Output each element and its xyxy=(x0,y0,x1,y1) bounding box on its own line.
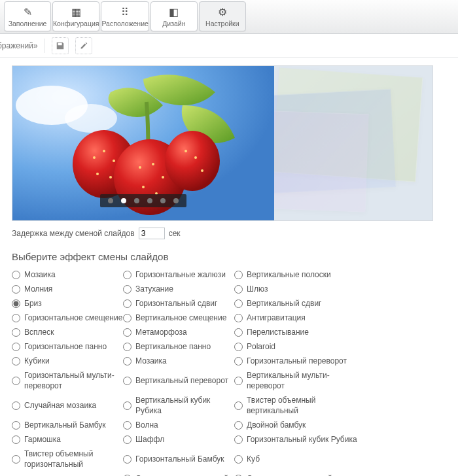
effect-option[interactable]: Вертикальные полоски xyxy=(234,269,365,280)
effect-option[interactable]: Горизонтальный переворот xyxy=(234,355,365,367)
effect-option[interactable]: Метаморфоза xyxy=(123,326,234,338)
effect-radio[interactable] xyxy=(123,377,132,385)
effect-option[interactable]: Вертикальный мульти-переворот xyxy=(234,369,365,392)
effect-radio[interactable] xyxy=(123,314,132,322)
effect-radio[interactable] xyxy=(123,455,132,464)
svg-point-10 xyxy=(109,176,112,178)
effect-radio[interactable] xyxy=(123,271,132,279)
effect-option[interactable]: Кубики xyxy=(12,355,123,367)
pager-dot[interactable] xyxy=(160,198,166,203)
secondary-bar: бражений» xyxy=(0,34,458,58)
effect-option[interactable]: Горизонтальный кубик Рубика xyxy=(234,434,365,445)
delay-input[interactable] xyxy=(139,228,165,239)
effect-option[interactable]: Вертикальный сдвиг xyxy=(234,298,365,309)
effect-radio[interactable] xyxy=(12,285,20,294)
design-label: Дизайн xyxy=(162,20,185,27)
effect-option[interactable]: Твистер объемный вертикальный xyxy=(234,394,365,416)
effect-option[interactable]: Мозаика xyxy=(123,355,234,367)
effect-label: Молния xyxy=(24,284,52,294)
effect-radio[interactable] xyxy=(12,455,20,464)
effect-option[interactable]: Оригами вертикальный xyxy=(234,473,365,476)
effect-radio[interactable] xyxy=(123,401,132,410)
effect-label: Оригами горизонтальный xyxy=(135,473,228,476)
effect-option[interactable]: Куб xyxy=(234,448,365,470)
pager-dot[interactable] xyxy=(134,198,139,203)
effect-option[interactable]: Вертикальный кубик Рубика xyxy=(123,394,234,416)
effect-option[interactable]: Вертикальный Бамбук xyxy=(12,419,123,431)
effect-radio[interactable] xyxy=(123,328,132,337)
effect-radio[interactable] xyxy=(123,285,132,294)
settings-button[interactable]: ⚙ Настройки xyxy=(199,1,246,31)
effect-radio[interactable] xyxy=(12,328,20,337)
effect-radio[interactable] xyxy=(234,328,243,337)
config-button[interactable]: ▦ Конфигурация xyxy=(52,1,99,31)
effect-label: Вертикальное панно xyxy=(135,341,211,352)
save-button[interactable] xyxy=(52,37,69,54)
effect-radio[interactable] xyxy=(234,314,243,322)
svg-point-12 xyxy=(152,163,154,165)
edit-button[interactable] xyxy=(75,37,92,54)
svg-point-11 xyxy=(139,166,141,169)
effect-option[interactable]: Вертикальное панно xyxy=(123,341,234,352)
effect-option[interactable]: Polaroid xyxy=(234,341,365,352)
effect-radio[interactable] xyxy=(234,285,243,294)
effect-option[interactable]: Молния xyxy=(12,283,123,295)
effect-option[interactable]: Мозаика xyxy=(12,269,123,280)
effect-option[interactable]: Случайная мозаика xyxy=(12,394,123,416)
layout-button[interactable]: ⠿ Расположение xyxy=(101,1,149,31)
pager-dot[interactable] xyxy=(173,198,179,203)
effect-radio[interactable] xyxy=(12,271,20,279)
effect-radio[interactable] xyxy=(234,343,243,351)
effect-option[interactable]: Горизонтальный Бамбук xyxy=(123,448,234,470)
effect-option[interactable]: Твистер объемный горизонтальный xyxy=(12,448,123,470)
effect-option[interactable]: Вертикальный переворот xyxy=(123,369,234,392)
delay-label: Задержка между сменой слайдов xyxy=(12,229,135,238)
effect-option[interactable]: Горизонтальное панно xyxy=(12,341,123,352)
effect-option[interactable]: Двойной бамбук xyxy=(234,419,365,431)
effect-option[interactable]: Горизонтальный сдвиг xyxy=(123,298,234,309)
effect-option[interactable]: Горизонтальный мульти-переворот xyxy=(12,369,123,392)
effect-option[interactable]: Оригами горизонтальный xyxy=(123,473,234,476)
effect-radio[interactable] xyxy=(123,421,132,430)
effect-radio[interactable] xyxy=(234,401,243,410)
effect-option[interactable]: Горизонтальное смещение xyxy=(12,312,123,324)
effect-radio[interactable] xyxy=(12,343,20,351)
effect-option[interactable]: Затухание xyxy=(123,283,234,295)
effect-radio[interactable] xyxy=(234,455,243,464)
effect-radio[interactable] xyxy=(234,377,243,385)
effect-radio[interactable] xyxy=(123,357,132,366)
effect-option[interactable]: Антигравитация xyxy=(234,312,365,324)
pager-dot[interactable] xyxy=(108,198,113,203)
effect-radio[interactable] xyxy=(12,401,20,410)
effect-radio[interactable] xyxy=(12,421,20,430)
effect-option[interactable]: Всплеск xyxy=(12,326,123,338)
pager-dot[interactable] xyxy=(147,198,152,203)
effect-radio[interactable] xyxy=(234,421,243,430)
design-button[interactable]: ◧ Дизайн xyxy=(150,1,198,31)
effect-radio[interactable] xyxy=(12,357,20,366)
effect-radio[interactable] xyxy=(234,299,243,308)
effect-radio[interactable] xyxy=(12,314,20,322)
effect-option[interactable]: Волна xyxy=(123,419,234,431)
cube-icon: ▦ xyxy=(69,5,82,18)
effect-radio[interactable] xyxy=(123,343,132,351)
effect-radio[interactable] xyxy=(12,377,20,385)
effect-option[interactable]: Гармошка xyxy=(12,434,123,445)
effect-option[interactable]: Шаффл xyxy=(123,434,234,445)
effect-radio[interactable] xyxy=(12,299,20,308)
effect-option[interactable]: Горизонтальные жалюзи xyxy=(123,269,234,280)
effect-option[interactable]: Перелистывание xyxy=(234,326,365,338)
effect-option[interactable]: Шлюз xyxy=(234,283,365,295)
pager-dot-active[interactable] xyxy=(121,198,126,203)
effect-option[interactable]: Вертикальное смещение xyxy=(123,312,234,324)
delay-row: Задержка между сменой слайдов сек xyxy=(12,228,446,239)
effect-radio[interactable] xyxy=(12,435,20,444)
effect-radio[interactable] xyxy=(123,299,132,308)
effect-radio[interactable] xyxy=(234,271,243,279)
effect-radio[interactable] xyxy=(234,435,243,444)
effect-option[interactable]: Бриз xyxy=(12,298,123,309)
effect-radio[interactable] xyxy=(123,435,132,444)
svg-point-2 xyxy=(65,104,117,133)
fill-button[interactable]: ✎ Заполнение xyxy=(4,1,51,31)
effect-radio[interactable] xyxy=(234,357,243,366)
